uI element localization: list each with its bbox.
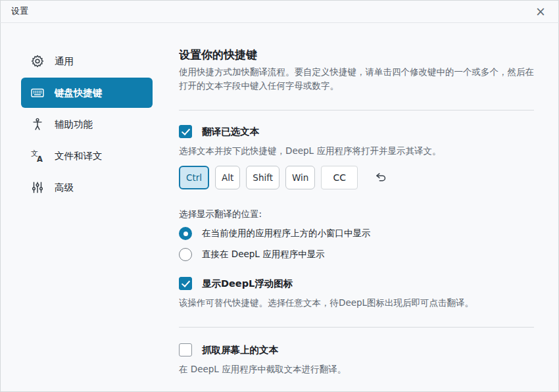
sidebar-item-label: 高级 [55,182,74,194]
sidebar-item-label: 键盘快捷键 [55,87,103,99]
key-win[interactable]: Win [285,166,315,189]
key-ctrl[interactable]: Ctrl [179,166,209,189]
translate-selected-setting: 翻译已选文本 [179,125,534,138]
intro-text: 使用快捷方式加快翻译流程。要自定义快捷键，请单击四个修改键中的一个或多个，然后在… [179,65,534,93]
translate-selected-checkbox[interactable] [179,125,192,138]
floating-icon-setting: 显示DeepL浮动图标 [179,277,534,290]
translate-selected-label: 翻译已选文本 [202,126,259,138]
section-divider [179,110,534,110]
sidebar-item-files-translations[interactable]: 文 A 文件和译文 [21,141,153,171]
key-shift[interactable]: Shift [246,166,280,189]
sliders-icon [30,180,45,195]
capture-text-checkbox[interactable] [179,343,192,356]
position-setting-label: 选择显示翻译的位置: [179,207,534,220]
floating-icon-label: 显示DeepL浮动图标 [202,278,293,290]
floating-icon-description: 该操作可替代快捷键。选择任意文本，待DeepL图标出现后即可点击翻译。 [179,296,534,309]
settings-sidebar: 通用 键盘快捷键 辅助功能 文 A 文件和译文 [21,46,153,203]
sidebar-item-keyboard-shortcuts[interactable]: 键盘快捷键 [21,78,153,108]
custom-key-field[interactable]: CC [321,166,358,189]
keyboard-icon [30,86,45,101]
window-title: 设置 [11,5,28,17]
sidebar-item-advanced[interactable]: 高级 [21,172,153,203]
sidebar-item-label: 辅助功能 [55,118,93,131]
sidebar-item-label: 通用 [55,55,74,68]
sidebar-item-general[interactable]: 通用 [21,46,153,76]
page-title: 设置你的快捷键 [179,47,534,62]
key-alt[interactable]: Alt [215,166,240,189]
sidebar-item-label: 文件和译文 [55,150,103,162]
popup-radio-label: 在当前使用的应用程序上方的小窗口中显示 [202,228,371,239]
translate-icon: 文 A [30,149,45,164]
capture-text-description: 在 DeepL 应用程序中截取文本进行翻译。 [179,362,534,376]
capture-text-label: 抓取屏幕上的文本 [202,344,278,356]
position-option-app[interactable]: 直接在 DeepL 应用程序中显示 [179,247,534,262]
sidebar-item-accessibility[interactable]: 辅助功能 [21,109,153,139]
position-option-popup[interactable]: 在当前使用的应用程序上方的小窗口中显示 [179,226,534,241]
translate-shortcut-keys: Ctrl Alt Shift Win CC [179,166,534,189]
close-icon[interactable]: × [533,3,548,19]
floating-icon-checkbox[interactable] [179,277,192,290]
title-bar: 设置 × [0,0,559,23]
main-content: 设置你的快捷键 使用快捷方式加快翻译流程。要自定义快捷键，请单击四个修改键中的一… [179,23,534,380]
translate-selected-description: 选择文本并按下此快捷键，DeepL 应用程序将打开并显示其译文。 [179,144,534,157]
app-radio-label: 直接在 DeepL 应用程序中显示 [202,249,325,260]
section-divider [179,327,534,328]
accessibility-icon [30,117,45,132]
gear-icon [30,54,45,69]
capture-text-setting: 抓取屏幕上的文本 [179,343,534,356]
app-radio[interactable] [179,248,192,261]
popup-radio[interactable] [179,227,192,240]
reset-shortcut-button[interactable] [372,169,389,186]
svg-text:A: A [37,155,43,163]
